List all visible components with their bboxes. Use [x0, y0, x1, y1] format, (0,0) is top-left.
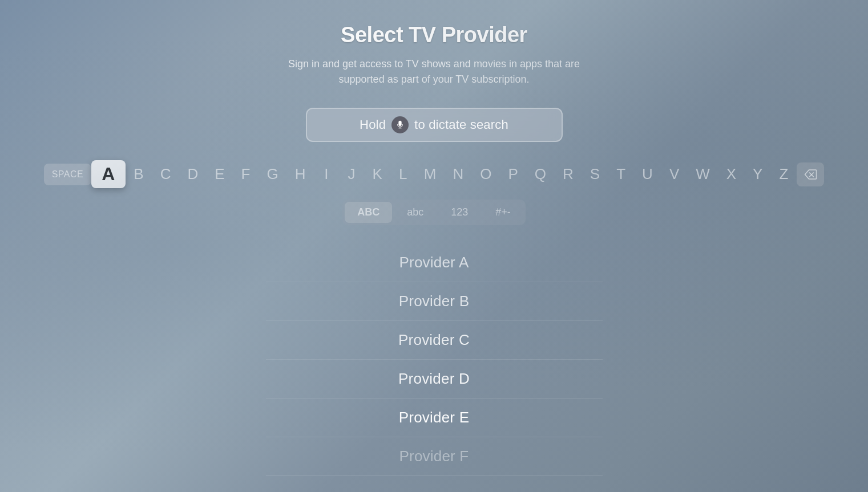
key-m[interactable]: M [416, 161, 445, 188]
dictate-search-bar[interactable]: Hold to dictate search [306, 108, 563, 142]
provider-item-2[interactable]: Provider C [266, 321, 603, 360]
key-space[interactable]: SPACE [44, 164, 92, 185]
key-f[interactable]: F [233, 161, 259, 188]
key-o[interactable]: O [472, 161, 500, 188]
provider-item-0[interactable]: Provider A [266, 243, 603, 282]
provider-item-5: Provider F [266, 437, 603, 476]
key-g[interactable]: G [259, 161, 286, 188]
mode-key-abc[interactable]: abc [394, 202, 436, 223]
key-t[interactable]: T [608, 161, 634, 188]
key-p[interactable]: P [500, 161, 527, 188]
page-subtitle: Sign in and get access to TV shows and m… [286, 56, 583, 87]
mode-key-123[interactable]: 123 [438, 202, 481, 223]
key-y[interactable]: Y [745, 161, 771, 188]
key-r[interactable]: R [555, 161, 582, 188]
key-z[interactable]: Z [771, 161, 797, 188]
key-l[interactable]: L [391, 161, 416, 188]
key-n[interactable]: N [445, 161, 472, 188]
provider-item-1[interactable]: Provider B [266, 282, 603, 321]
mode-key-[interactable]: #+- [483, 202, 523, 223]
key-v[interactable]: V [661, 161, 688, 188]
mic-icon [391, 116, 409, 133]
dictate-text-after: to dictate search [414, 117, 508, 132]
key-x[interactable]: X [718, 161, 745, 188]
key-i[interactable]: I [314, 161, 339, 188]
provider-item-3[interactable]: Provider D [266, 360, 603, 399]
key-k[interactable]: K [364, 161, 390, 188]
keyboard-mode-row: const kd2 = JSON.parse(document.getEleme… [342, 200, 526, 225]
key-h[interactable]: H [287, 161, 314, 188]
keyboard-row: SPACE A // Render remaining letter keys … [0, 160, 868, 188]
key-e[interactable]: E [207, 161, 233, 188]
key-c[interactable]: C [152, 161, 180, 188]
key-backspace[interactable] [797, 162, 824, 186]
dictate-text-before: Hold [360, 117, 386, 132]
key-u[interactable]: U [634, 161, 661, 188]
key-b[interactable]: B [126, 161, 152, 188]
providers-list: const kd3 = JSON.parse(document.getEleme… [266, 243, 603, 476]
mode-key-abc[interactable]: ABC [345, 202, 392, 223]
key-s[interactable]: S [582, 161, 608, 188]
page-title: Select TV Provider [341, 23, 527, 47]
key-d[interactable]: D [179, 161, 207, 188]
key-j[interactable]: J [339, 161, 364, 188]
provider-item-4[interactable]: Provider E [266, 399, 603, 437]
key-q[interactable]: Q [527, 161, 555, 188]
key-w[interactable]: W [688, 161, 718, 188]
key-a-active[interactable]: A [91, 160, 126, 188]
